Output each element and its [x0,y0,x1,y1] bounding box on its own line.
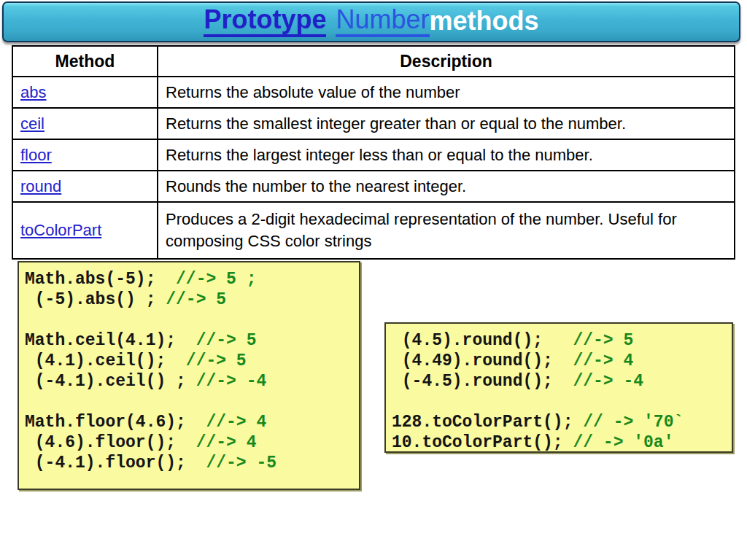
table-row: round Rounds the number to the nearest i… [12,171,735,202]
code-line: (4.5).round(); //-> 5 [392,330,729,351]
table-row: abs Returns the absolute value of the nu… [12,77,735,108]
method-description: Returns the smallest integer greater tha… [158,108,735,139]
code-text: Math.floor(4.6); [25,413,206,432]
table-header-row: Method Description [12,46,735,77]
method-link-abs[interactable]: abs [20,83,46,101]
code-line: (-5).abs() ; //-> 5 [25,289,356,310]
code-line: (4.49).round(); //-> 4 [392,351,729,371]
code-box-round-tocolorpart: (4.5).round(); //-> 5 (4.49).round(); //… [384,322,733,453]
code-line: 128.toColorPart(); // -> '70` [392,412,729,432]
code-line: Math.abs(-5); //-> 5 ; [25,269,356,289]
code-comment: //-> 5 [196,331,257,350]
table-row: floor Returns the largest integer less t… [12,139,735,171]
code-text: (-4.1).ceil() ; [25,372,196,391]
code-comment: //-> -4 [196,372,267,391]
code-line: Math.floor(4.6); //-> 4 [25,412,356,432]
method-link-floor[interactable]: floor [20,146,52,164]
table-row: ceil Returns the smallest integer greate… [12,108,735,139]
method-description: Rounds the number to the nearest integer… [158,171,735,202]
code-line: 10.toColorPart(); // -> '0a' [392,432,729,453]
method-description: Produces a 2-digit hexadecimal represent… [158,202,735,259]
code-comment: //-> 4 [196,433,257,452]
slide: Prototype Number methods Method Descript… [0,0,747,560]
title-bar: Prototype Number methods [2,1,740,42]
title-text-methods: methods [430,8,539,36]
code-comment: //-> -4 [573,372,643,391]
code-line: (4.6).floor(); //-> 4 [25,432,356,453]
code-comment: // -> '70` [583,413,684,432]
code-text: (-4.1).floor(); [25,454,206,472]
code-line [25,392,356,412]
code-text: 10.toColorPart(); [392,433,573,452]
method-description: Returns the absolute value of the number [158,77,735,108]
code-line: (4.1).ceil(); //-> 5 [25,351,356,371]
code-line: (-4.1).ceil() ; //-> -4 [25,371,356,392]
code-line [392,392,729,412]
code-comment: // -> '0a' [573,433,673,452]
code-comment: //-> 5 [573,331,633,350]
code-comment: //-> 4 [573,351,633,370]
code-text: 128.toColorPart(); [392,413,583,432]
code-line: (-4.5).round(); //-> -4 [392,371,729,392]
column-header-description: Description [158,46,735,77]
code-comment: //-> 5 [166,290,226,309]
table-row: toColorPart Produces a 2-digit hexadecim… [12,202,735,259]
method-link-round[interactable]: round [20,177,61,195]
methods-table: Method Description abs Returns the absol… [12,45,735,260]
code-comment: //-> 4 [206,413,266,432]
code-line: (-4.1).floor(); //-> -5 [25,453,356,473]
code-box-abs-ceil-floor: Math.abs(-5); //-> 5 ; (-5).abs() ; //->… [18,261,360,490]
title-link-prototype[interactable]: Prototype [204,7,326,37]
title-link-number[interactable]: Number [336,7,429,37]
code-text: (4.1).ceil(); [25,351,186,370]
code-comment: //-> 5 [186,351,247,370]
code-line [25,310,356,330]
code-text: (4.6).floor(); [25,433,196,452]
code-text: (4.49).round(); [392,351,573,370]
method-link-tocolorpart[interactable]: toColorPart [20,221,101,239]
code-text: Math.ceil(4.1); [25,331,196,350]
code-line: Math.ceil(4.1); //-> 5 [25,330,356,351]
code-text: (-5).abs() ; [25,290,166,309]
column-header-method: Method [12,46,158,77]
code-comment: //-> 5 ; [176,270,256,289]
code-text: (4.5).round(); [392,331,573,350]
method-link-ceil[interactable]: ceil [20,114,44,133]
method-description: Returns the largest integer less than or… [158,139,735,171]
code-comment: //-> -5 [206,454,276,472]
code-text: Math.abs(-5); [25,270,176,289]
code-text: (-4.5).round(); [392,372,573,391]
